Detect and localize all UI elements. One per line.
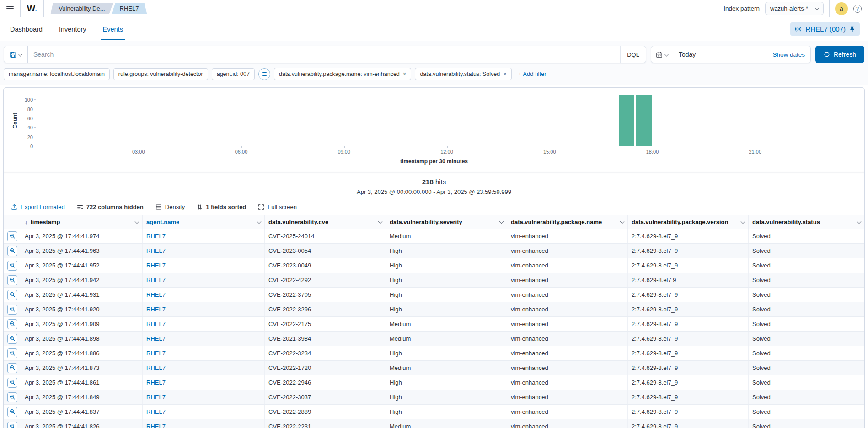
column-menu-chevron[interactable]	[257, 219, 262, 224]
query-language-button[interactable]: DQL	[620, 46, 646, 63]
x-tick-mark	[139, 146, 139, 148]
remove-filter-icon[interactable]: ×	[503, 70, 507, 77]
add-filter-button[interactable]: + Add filter	[518, 70, 547, 77]
status-cell: Solved	[749, 229, 864, 243]
time-range: Apr 3, 2025 @ 00:00:00.000 - Apr 3, 2025…	[4, 188, 864, 195]
inspect-document-button[interactable]	[7, 319, 17, 329]
help-icon[interactable]: ?	[853, 5, 862, 13]
expand-cell	[4, 390, 21, 404]
index-pattern-select[interactable]: wazuh-alerts-*	[765, 2, 824, 15]
column-header-package-version[interactable]: data.vulnerability.package.version	[628, 215, 749, 229]
histogram-bar-17:30[interactable]	[636, 95, 651, 146]
show-dates-button[interactable]: Show dates	[772, 51, 810, 58]
inspect-document-button[interactable]	[7, 407, 17, 417]
breadcrumb-module[interactable]: Vulnerability De...	[50, 3, 113, 14]
inspect-document-button[interactable]	[7, 363, 17, 373]
magnify-plus-icon	[10, 394, 16, 400]
cve-cell: CVE-2022-2889	[265, 405, 386, 419]
inspect-document-button[interactable]	[7, 422, 17, 428]
agent-badge[interactable]: RHEL7 (007)	[790, 22, 860, 36]
wazuh-logo[interactable]: W.	[21, 0, 44, 17]
pin-icon[interactable]	[849, 26, 855, 32]
expand-cell	[4, 405, 21, 419]
inspect-document-button[interactable]	[7, 305, 17, 315]
menu-toggle[interactable]	[0, 0, 21, 17]
inspect-document-button[interactable]	[7, 275, 17, 285]
column-header-agent-name[interactable]: agent.name	[143, 215, 265, 229]
agent-name-link[interactable]: RHEL7	[143, 419, 265, 428]
magnify-plus-icon	[10, 336, 16, 342]
inspect-document-button[interactable]	[7, 261, 17, 271]
agent-name-link[interactable]: RHEL7	[143, 288, 265, 302]
user-avatar[interactable]: a	[835, 2, 848, 15]
filter-pill-agent-id[interactable]: agent.id: 007	[212, 68, 255, 80]
column-menu-chevron[interactable]	[741, 219, 745, 224]
histogram-bar-17:00[interactable]	[619, 95, 634, 146]
fullscreen-button[interactable]: Full screen	[258, 203, 297, 210]
agent-name-link[interactable]: RHEL7	[143, 302, 265, 316]
timestamp-cell: Apr 3, 2025 @ 17:44:41.898	[21, 332, 143, 346]
search-bar: DQL	[4, 46, 646, 63]
filter-pill-status[interactable]: data.vulnerability.status: Solved ×	[415, 68, 511, 80]
pinned-filters-icon[interactable]	[258, 68, 270, 80]
column-header-severity[interactable]: data.vulnerability.severity	[386, 215, 507, 229]
hamburger-icon[interactable]	[6, 6, 14, 11]
column-header-package-name[interactable]: data.vulnerability.package.name	[507, 215, 628, 229]
tab-inventory[interactable]: Inventory	[57, 18, 88, 40]
cve-cell: CVE-2022-2175	[265, 317, 386, 331]
severity-cell: High	[386, 390, 507, 404]
filter-pill-rule-groups[interactable]: rule.groups: vulnerability-detector	[113, 68, 208, 80]
package-name-cell: vim-enhanced	[507, 317, 628, 331]
column-menu-chevron[interactable]	[857, 219, 862, 224]
fields-sorted-button[interactable]: 1 fields sorted	[197, 203, 246, 210]
tab-events[interactable]: Events	[101, 18, 125, 40]
inspect-document-button[interactable]	[7, 231, 17, 241]
date-range-value[interactable]: Today	[673, 51, 772, 58]
column-menu-chevron[interactable]	[499, 219, 504, 224]
filter-pill-package-name[interactable]: data.vulnerability.package.name: vim-enh…	[274, 68, 411, 80]
expand-cell	[4, 346, 21, 360]
refresh-button[interactable]: Refresh	[815, 46, 864, 63]
columns-hidden-button[interactable]: 722 columns hidden	[77, 203, 144, 210]
saved-queries-button[interactable]	[4, 46, 28, 63]
agent-name-link[interactable]: RHEL7	[143, 273, 265, 287]
agent-name-link[interactable]: RHEL7	[143, 375, 265, 390]
tab-dashboard[interactable]: Dashboard	[8, 18, 44, 40]
agent-name-link[interactable]: RHEL7	[143, 332, 265, 346]
package-name-cell: vim-enhanced	[507, 288, 628, 302]
table-row: Apr 3, 2025 @ 17:44:41.952 RHEL7 CVE-202…	[4, 258, 864, 273]
inspect-document-button[interactable]	[7, 334, 17, 344]
agent-name-link[interactable]: RHEL7	[143, 346, 265, 360]
column-menu-chevron[interactable]	[620, 219, 625, 224]
inspect-document-button[interactable]	[7, 378, 17, 388]
column-header-timestamp[interactable]: ↓ timestamp	[21, 215, 143, 229]
status-cell: Solved	[749, 405, 864, 419]
column-menu-chevron[interactable]	[378, 219, 383, 224]
filter-pill-manager[interactable]: manager.name: localhost.localdomain	[4, 68, 110, 80]
column-menu-chevron[interactable]	[135, 219, 139, 224]
breadcrumb-agent[interactable]: RHEL7	[112, 3, 147, 14]
agent-name-link[interactable]: RHEL7	[143, 317, 265, 331]
column-header-cve[interactable]: data.vulnerability.cve	[265, 215, 386, 229]
export-button[interactable]: Export Formated	[11, 203, 65, 210]
inspect-document-button[interactable]	[7, 348, 17, 358]
remove-filter-icon[interactable]: ×	[403, 70, 407, 77]
date-quick-select-button[interactable]	[651, 46, 673, 63]
search-input[interactable]	[28, 51, 620, 58]
agent-name-link[interactable]: RHEL7	[143, 258, 265, 273]
cve-cell: CVE-2022-3705	[265, 288, 386, 302]
agent-name-link[interactable]: RHEL7	[143, 244, 265, 258]
agent-name-link[interactable]: RHEL7	[143, 405, 265, 419]
agent-name-link[interactable]: RHEL7	[143, 361, 265, 375]
magnify-plus-icon	[10, 277, 16, 283]
sort-icon	[197, 204, 203, 210]
agent-name-link[interactable]: RHEL7	[143, 390, 265, 404]
column-header-status[interactable]: data.vulnerability.status	[749, 215, 864, 229]
severity-cell: High	[386, 273, 507, 287]
density-button[interactable]: Density	[155, 203, 185, 210]
cve-cell: CVE-2022-3296	[265, 302, 386, 316]
inspect-document-button[interactable]	[7, 392, 17, 402]
inspect-document-button[interactable]	[7, 246, 17, 256]
agent-name-link[interactable]: RHEL7	[143, 229, 265, 243]
inspect-document-button[interactable]	[7, 290, 17, 300]
